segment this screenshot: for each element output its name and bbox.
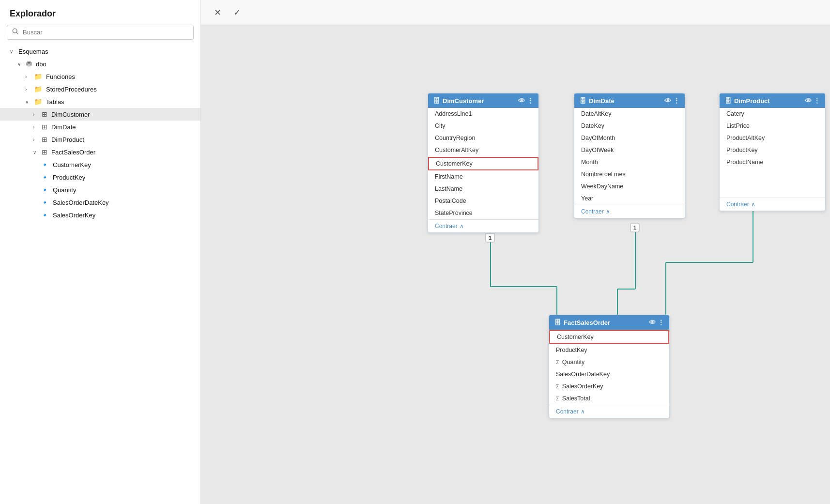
col-name: LastName bbox=[435, 185, 462, 192]
toolbar: ✕ ✓ bbox=[201, 0, 830, 25]
col-quantity-label: Quantity bbox=[53, 186, 76, 194]
tree-section: ∨ Esquemas ∨ ⛃ dbo › 📁 Funciones › 📁 Sto… bbox=[0, 46, 200, 224]
table-row-highlighted[interactable]: CustomerKey bbox=[428, 157, 538, 170]
sidebar-item-tablas[interactable]: ∨ 📁 Tablas bbox=[0, 95, 200, 108]
table-header-actions[interactable]: 👁 ⋮ bbox=[518, 97, 534, 105]
col-name: Year bbox=[581, 195, 593, 202]
table-row[interactable]: WeekDayName bbox=[574, 181, 685, 193]
search-box[interactable] bbox=[7, 25, 194, 40]
main-area: ✕ ✓ 1 1 bbox=[201, 0, 830, 504]
chevron-up-icon: ∧ bbox=[460, 223, 464, 229]
search-input[interactable] bbox=[23, 29, 188, 36]
sidebar-item-quantity[interactable]: 🔹 Quantity bbox=[0, 183, 200, 196]
table-header-dimproduct: 🗄 DimProduct 👁 ⋮ bbox=[720, 93, 825, 108]
col-name: FirstName bbox=[435, 173, 463, 180]
col-name: CustomerKey bbox=[557, 334, 594, 340]
sidebar-item-salesorderkey[interactable]: 🔹 SalesOrderKey bbox=[0, 209, 200, 221]
table-row[interactable]: Nombre del mes bbox=[574, 168, 685, 181]
sigma-icon: Σ bbox=[556, 383, 559, 389]
table-row[interactable]: City bbox=[428, 120, 538, 132]
sidebar-item-productkey[interactable]: 🔹 ProductKey bbox=[0, 171, 200, 183]
table-footer-factsalesorder[interactable]: Contraer ∧ bbox=[549, 405, 669, 418]
sidebar-item-funciones[interactable]: › 📁 Funciones bbox=[0, 70, 200, 83]
table-row[interactable]: Catery bbox=[720, 108, 825, 120]
table-row[interactable]: DayOfWeek bbox=[574, 144, 685, 156]
table-row[interactable]: CustomerAltKey bbox=[428, 144, 538, 156]
col-name: ProductKey bbox=[726, 147, 758, 153]
col-customerkey-label: CustomerKey bbox=[53, 161, 91, 168]
chevron-right-icon: › bbox=[25, 74, 31, 79]
table-row[interactable]: ProductAltKey bbox=[720, 132, 825, 144]
table-header-actions[interactable]: 👁 ⋮ bbox=[649, 319, 664, 326]
table-footer-dimproduct[interactable]: Contraer ∧ bbox=[720, 198, 825, 211]
table-row[interactable]: Month bbox=[574, 156, 685, 168]
table-row[interactable]: Year bbox=[574, 193, 685, 205]
col-name: DayOfMonth bbox=[581, 135, 615, 141]
table-row[interactable]: LastName bbox=[428, 183, 538, 195]
table-row[interactable]: DateAltKey bbox=[574, 108, 685, 120]
sidebar-item-dimdate[interactable]: › ⊞ DimDate bbox=[0, 121, 200, 133]
sidebar-item-dimcustomer[interactable]: › ⊞ DimCustomer bbox=[0, 108, 200, 121]
table-row[interactable]: Σ SalesOrderKey bbox=[549, 381, 669, 393]
table-row[interactable]: Σ SalesTotal bbox=[549, 393, 669, 405]
table-footer-dimdate[interactable]: Contraer ∧ bbox=[574, 205, 685, 218]
search-icon bbox=[12, 28, 19, 36]
table-row[interactable]: CountryRegion bbox=[428, 132, 538, 144]
table-footer-dimcustomer[interactable]: Contraer ∧ bbox=[428, 220, 538, 232]
table-icon: ⊞ bbox=[42, 148, 47, 156]
table-header-actions[interactable]: 👁 ⋮ bbox=[664, 97, 680, 105]
chevron-up-icon: ∧ bbox=[581, 408, 585, 415]
col-name: SalesTotal bbox=[562, 395, 590, 402]
sidebar: Explorador ∨ Esquemas ∨ ⛃ dbo › 📁 Funcio… bbox=[0, 0, 201, 504]
table-header-dimcustomer: 🗄 DimCustomer 👁 ⋮ bbox=[428, 93, 538, 108]
contraer-label: Contraer bbox=[556, 408, 579, 415]
col-name: DateKey bbox=[581, 122, 604, 129]
table-row[interactable]: PostalCode bbox=[428, 195, 538, 207]
col-name: Nombre del mes bbox=[581, 171, 626, 178]
table-row[interactable]: ProductKey bbox=[720, 144, 825, 156]
sidebar-item-dbo[interactable]: ∨ ⛃ dbo bbox=[0, 58, 200, 70]
sidebar-item-esquemas[interactable]: ∨ Esquemas bbox=[0, 46, 200, 58]
sidebar-item-factsalesorder[interactable]: ∨ ⊞ FactSalesOrder bbox=[0, 146, 200, 158]
table-header-actions[interactable]: 👁 ⋮ bbox=[805, 97, 820, 105]
chevron-up-icon: ∧ bbox=[606, 208, 610, 215]
column-icon: 🔹 bbox=[41, 186, 49, 194]
sidebar-item-dimproduct[interactable]: › ⊞ DimProduct bbox=[0, 133, 200, 146]
table-row[interactable]: DateKey bbox=[574, 120, 685, 132]
col-name: CustomerAltKey bbox=[435, 147, 478, 153]
table-row[interactable]: StateProvince bbox=[428, 207, 538, 219]
table-row[interactable]: FirstName bbox=[428, 171, 538, 183]
esquemas-label: Esquemas bbox=[18, 48, 48, 55]
table-header-factsalesorder: 🗄 FactSalesOrder 👁 ⋮ bbox=[549, 315, 669, 330]
col-name: StateProvince bbox=[435, 210, 473, 216]
table-icon: 🗄 bbox=[579, 97, 586, 105]
table-factsalesorder: 🗄 FactSalesOrder 👁 ⋮ CustomerKey Product… bbox=[549, 315, 670, 418]
table-row[interactable]: Σ Quantity bbox=[549, 356, 669, 368]
table-row-highlighted[interactable]: CustomerKey bbox=[549, 330, 669, 344]
table-icon: 🗄 bbox=[433, 97, 440, 105]
contraer-label: Contraer bbox=[435, 223, 458, 229]
table-row[interactable]: DayOfMonth bbox=[574, 132, 685, 144]
contraer-label: Contraer bbox=[726, 201, 749, 208]
col-name: ListPrice bbox=[726, 122, 750, 129]
sidebar-item-salesorderdatekey[interactable]: 🔹 SalesOrderDateKey bbox=[0, 196, 200, 209]
sidebar-item-stored-procedures[interactable]: › 📁 StoredProcedures bbox=[0, 83, 200, 95]
confirm-button[interactable]: ✓ bbox=[228, 4, 246, 21]
table-icon: ⊞ bbox=[42, 110, 47, 118]
cancel-button[interactable]: ✕ bbox=[209, 4, 226, 21]
table-row[interactable]: AddressLine1 bbox=[428, 108, 538, 120]
chevron-icon: ∨ bbox=[17, 61, 23, 67]
column-icon: 🔹 bbox=[41, 173, 49, 181]
dimcustomer-label: DimCustomer bbox=[51, 111, 90, 118]
table-dimproduct: 🗄 DimProduct 👁 ⋮ Catery ListPrice Produc… bbox=[719, 93, 826, 211]
table-row[interactable]: ProductKey bbox=[549, 344, 669, 356]
table-row[interactable]: ProductName bbox=[720, 156, 825, 168]
table-row[interactable]: SalesOrderDateKey bbox=[549, 368, 669, 381]
table-icon: 🗄 bbox=[724, 97, 731, 105]
sidebar-item-customerkey[interactable]: 🔹 CustomerKey bbox=[0, 158, 200, 171]
col-name: ProductName bbox=[726, 159, 763, 166]
col-name: CountryRegion bbox=[435, 135, 475, 141]
table-row[interactable]: ListPrice bbox=[720, 120, 825, 132]
folder-icon: 📁 bbox=[34, 98, 42, 106]
col-name: PostalCode bbox=[435, 198, 466, 204]
